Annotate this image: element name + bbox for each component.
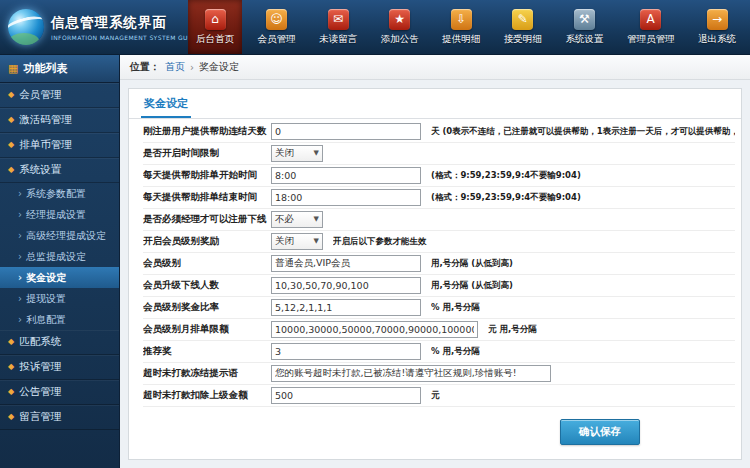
sidebar-item-activation-code[interactable]: ◆ 激活码管理 [0, 108, 119, 133]
tab-bar: 奖金设定 [129, 89, 741, 119]
nav-label: 提供明细 [442, 33, 480, 46]
field-hint: % 用,号分隔 [431, 302, 480, 314]
sidebar-subitem-withdrawal-settings[interactable]: › 提现设置 [0, 288, 119, 309]
nav-label: 管理员管理 [627, 33, 675, 46]
sidebar-subitem-system-params[interactable]: › 系统参数配置 [0, 183, 119, 204]
nav-label: 退出系统 [698, 33, 736, 46]
diamond-icon: ◆ [8, 91, 14, 99]
nav-label: 后台首页 [196, 33, 234, 46]
breadcrumb: 位置： 首页 › 奖金设定 [120, 55, 750, 80]
diamond-icon: ◆ [8, 338, 14, 346]
form-row: 会员级别月排单限额 元 用,号分隔 [143, 319, 735, 341]
nav-item-add-announcement[interactable]: ★ 添加公告 [373, 0, 427, 54]
content-panel: 奖金设定 刚注册用户提供帮助连结天数 天 (0表示不连结，已注册就可以提供帮助，… [128, 88, 742, 460]
sidebar-item-complaints[interactable]: ◆ 投诉管理 [0, 355, 119, 380]
sidebar-item-paidan-coin[interactable]: ◆ 排单币管理 [0, 133, 119, 158]
sidebar: ▦ 功能列表 ◆ 会员管理 ◆ 激活码管理 ◆ 排单币管理 ◆ 系统设置 › 系 [0, 55, 120, 468]
sidebar-subitem-label: 高级经理提成设定 [26, 229, 106, 243]
breadcrumb-prefix: 位置： [130, 60, 160, 74]
sidebar-item-announcements[interactable]: ◆ 公告管理 [0, 380, 119, 405]
time-limit-select[interactable]: 关闭 ▼ [271, 145, 323, 162]
confirm-save-button[interactable]: 确认保存 [560, 419, 640, 445]
app-window: 信息管理系统界面 INFORMATION MANAGEMENT SYSTEM G… [0, 0, 750, 468]
diamond-icon: ◆ [8, 363, 14, 371]
body-row: ▦ 功能列表 ◆ 会员管理 ◆ 激活码管理 ◆ 排单币管理 ◆ 系统设置 › 系 [0, 55, 750, 468]
diamond-icon: ◆ [8, 116, 14, 124]
field-label: 是否开启时间限制 [143, 147, 271, 160]
sidebar-subitem-bonus-setting[interactable]: › 奖金设定 [0, 267, 119, 288]
breadcrumb-home-link[interactable]: 首页 [165, 60, 185, 74]
overdue-deduction-input[interactable] [271, 387, 421, 404]
sidebar-subitem-label: 总监提成设定 [26, 250, 86, 264]
field-hint: 用,号分隔 (从低到高) [431, 258, 513, 270]
dropdown-arrow-icon: ▼ [314, 150, 319, 157]
field-label: 是否必须经理才可以注册下线 [143, 213, 271, 226]
nav-item-system-settings[interactable]: ⚒ 系统设置 [557, 0, 611, 54]
upgrade-downline-count-input[interactable] [271, 277, 421, 294]
dropdown-arrow-icon: ▼ [314, 238, 319, 245]
backend-home-icon: ⌂ [205, 9, 226, 30]
sidebar-subitem-interest-config[interactable]: › 利息配置 [0, 309, 119, 330]
admin-management-icon: A [640, 9, 661, 30]
sidebar-item-matching-system[interactable]: ◆ 匹配系统 [0, 330, 119, 355]
top-bar: 信息管理系统界面 INFORMATION MANAGEMENT SYSTEM G… [0, 0, 750, 55]
level-monthly-limit-input[interactable] [271, 321, 478, 338]
sidebar-header-label: 功能列表 [23, 61, 67, 76]
select-value: 关闭 [275, 147, 294, 160]
field-hint: 元 用,号分隔 [488, 324, 537, 336]
nav-item-backend-home[interactable]: ⌂ 后台首页 [188, 0, 242, 54]
globe-logo-icon [8, 9, 44, 45]
sidebar-item-system-settings[interactable]: ◆ 系统设置 [0, 158, 119, 183]
nav-label: 添加公告 [381, 33, 419, 46]
referral-bonus-input[interactable] [271, 343, 421, 360]
provide-details-icon: ⇩ [451, 9, 472, 30]
field-label: 会员级别奖金比率 [143, 301, 271, 314]
sidebar-subitem-manager-commission[interactable]: › 经理提成设置 [0, 204, 119, 225]
exit-system-icon: → [707, 9, 728, 30]
field-label: 会员升级下线人数 [143, 279, 271, 292]
nav-item-provide-details[interactable]: ⇩ 提供明细 [434, 0, 488, 54]
app-title: 信息管理系统界面 [51, 14, 190, 32]
start-time-input[interactable] [271, 167, 421, 184]
sidebar-item-label: 排单币管理 [19, 138, 72, 152]
sidebar-subitem-label: 奖金设定 [26, 271, 66, 285]
chevron-right-icon: › [18, 273, 22, 283]
sidebar-subitem-label: 经理提成设置 [26, 208, 86, 222]
breadcrumb-current: 奖金设定 [199, 60, 239, 74]
diamond-icon: ◆ [8, 413, 14, 421]
chevron-right-icon: › [18, 315, 22, 325]
dropdown-arrow-icon: ▼ [314, 216, 319, 223]
sidebar-subitem-senior-manager-commission[interactable]: › 高级经理提成设定 [0, 225, 119, 246]
overdue-freeze-message-input[interactable] [271, 365, 551, 382]
form-row: 超时未打款冻结提示语 [143, 363, 735, 385]
sidebar-subitem-label: 系统参数配置 [26, 187, 86, 201]
sidebar-subitem-director-commission[interactable]: › 总监提成设定 [0, 246, 119, 267]
main-content: 位置： 首页 › 奖金设定 奖金设定 刚注册用户提供帮助连结天数 天 (0表示不… [120, 55, 750, 468]
form-row: 是否必须经理才可以注册下线 不必 ▼ [143, 209, 735, 231]
chevron-right-icon: › [18, 252, 22, 262]
form-row: 每天提供帮助排单结束时间 (格式：9:59,23:59,9:4不要输9:04) [143, 187, 735, 209]
sidebar-item-member-management[interactable]: ◆ 会员管理 [0, 83, 119, 108]
nav-item-unread-messages[interactable]: ✉ 未读留言 [311, 0, 365, 54]
level-reward-select[interactable]: 关闭 ▼ [271, 233, 323, 250]
sidebar-item-messages[interactable]: ◆ 留言管理 [0, 405, 119, 430]
field-label: 每天提供帮助排单开始时间 [143, 169, 271, 182]
nav-item-member-management[interactable]: ☺ 会员管理 [250, 0, 304, 54]
field-hint: 用,号分隔 (从低到高) [431, 280, 513, 292]
nav-item-exit-system[interactable]: → 退出系统 [690, 0, 744, 54]
nav-item-accept-details[interactable]: ✎ 接受明细 [496, 0, 550, 54]
add-announcement-icon: ★ [389, 9, 410, 30]
level-bonus-rate-input[interactable] [271, 299, 421, 316]
end-time-input[interactable] [271, 189, 421, 206]
manager-required-select[interactable]: 不必 ▼ [271, 211, 323, 228]
system-settings-icon: ⚒ [574, 9, 595, 30]
unread-messages-icon: ✉ [328, 9, 349, 30]
member-levels-input[interactable] [271, 255, 421, 272]
breadcrumb-separator: › [190, 62, 194, 73]
nav-item-admin-management[interactable]: A 管理员管理 [619, 0, 683, 54]
diamond-icon: ◆ [8, 141, 14, 149]
tab-bonus-setting[interactable]: 奖金设定 [141, 89, 191, 118]
field-label: 刚注册用户提供帮助连结天数 [143, 125, 271, 138]
chevron-right-icon: › [18, 210, 22, 220]
register-days-input[interactable] [271, 123, 421, 140]
